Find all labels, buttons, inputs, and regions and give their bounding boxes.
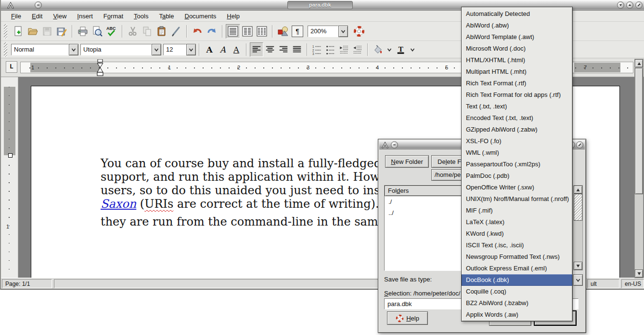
format-option[interactable]: AbiWord Template (.awt) bbox=[462, 31, 572, 43]
close-button-icon[interactable] bbox=[635, 1, 643, 9]
toolbar-grip[interactable] bbox=[4, 24, 7, 39]
scroll-down-icon[interactable] bbox=[635, 269, 643, 278]
fill-color-arrow[interactable] bbox=[385, 44, 394, 55]
scroll-up-icon[interactable] bbox=[635, 59, 643, 67]
fill-color-icon[interactable] bbox=[371, 42, 385, 57]
scrollbar-thumb[interactable] bbox=[635, 68, 643, 194]
menu-insert[interactable]: Insert bbox=[72, 11, 98, 21]
print-icon[interactable] bbox=[76, 24, 90, 39]
close-button-icon[interactable] bbox=[576, 141, 583, 148]
menu-table[interactable]: Table bbox=[154, 11, 179, 21]
folders-list[interactable]: Folders ./../ bbox=[384, 185, 469, 271]
three-columns-icon[interactable] bbox=[255, 24, 269, 39]
undo-icon[interactable] bbox=[190, 24, 205, 39]
format-option[interactable]: Rich Text Format (.rtf) bbox=[462, 78, 572, 89]
toolbar-grip[interactable] bbox=[4, 42, 7, 57]
style-combo[interactable]: Normal bbox=[11, 44, 69, 55]
font-size-combo[interactable]: 12 bbox=[163, 44, 186, 55]
indent-icon[interactable] bbox=[351, 42, 364, 57]
format-option[interactable]: PalmDoc (.pdb) bbox=[462, 170, 572, 182]
bold-icon[interactable]: A bbox=[203, 42, 216, 57]
top-margin-marker[interactable] bbox=[8, 153, 13, 158]
format-option[interactable]: Encoded Text (.txt, .text) bbox=[462, 112, 572, 124]
menu-file[interactable]: File bbox=[6, 11, 26, 21]
help-icon[interactable] bbox=[352, 24, 366, 39]
format-option[interactable]: MIF (.mif) bbox=[462, 205, 572, 216]
zoom-combo-arrow[interactable] bbox=[338, 26, 348, 37]
numbered-list-icon[interactable]: 123 bbox=[310, 42, 324, 57]
format-option[interactable]: WML (.wml) bbox=[462, 147, 572, 159]
files-scrollbar[interactable] bbox=[573, 185, 583, 270]
one-column-icon[interactable] bbox=[226, 24, 240, 39]
new-folder-button[interactable]: New Folder bbox=[385, 155, 429, 168]
format-option[interactable]: OpenOffice Writer (.sxw) bbox=[462, 182, 572, 193]
format-option[interactable]: Newsgroup Formatted Text (.nws) bbox=[462, 251, 572, 263]
stylus-icon[interactable] bbox=[169, 24, 183, 39]
format-option[interactable]: Multipart HTML (.mht) bbox=[462, 66, 572, 78]
font-color-icon[interactable]: T bbox=[394, 42, 408, 57]
font-color-arrow[interactable] bbox=[408, 44, 417, 55]
two-columns-icon[interactable] bbox=[240, 24, 255, 39]
menu-tools[interactable]: Tools bbox=[129, 11, 154, 21]
font-combo[interactable]: Utopia bbox=[80, 44, 152, 55]
tab-stop-icon[interactable]: L bbox=[6, 61, 17, 73]
hyperlink-saxon[interactable]: Saxon bbox=[101, 197, 136, 211]
scrollbar-thumb[interactable] bbox=[574, 194, 582, 221]
align-center-icon[interactable] bbox=[263, 42, 277, 57]
align-left-icon[interactable] bbox=[250, 42, 263, 57]
file-type-combo-arrow[interactable] bbox=[573, 274, 583, 286]
folder-row[interactable]: ./ bbox=[385, 196, 468, 207]
paragraph-mark-icon[interactable]: ¶ bbox=[290, 24, 305, 39]
format-option[interactable]: PassepartoutToo (.xml2ps) bbox=[462, 159, 572, 170]
format-option[interactable]: Text (.txt, .text) bbox=[462, 101, 572, 112]
align-right-icon[interactable] bbox=[277, 42, 290, 57]
format-option[interactable]: Rich Text Format for old apps (.rtf) bbox=[462, 89, 572, 101]
format-option[interactable]: Coquille (.coq) bbox=[462, 286, 572, 297]
save-as-icon[interactable] bbox=[54, 24, 69, 39]
bullet-list-icon[interactable] bbox=[324, 42, 337, 57]
folder-row[interactable]: ../ bbox=[385, 207, 468, 218]
menu-documents[interactable]: Documents bbox=[180, 11, 222, 21]
format-option[interactable]: GZipped AbiWord (.zabw) bbox=[462, 124, 572, 135]
italic-icon[interactable]: A bbox=[216, 42, 230, 57]
format-option[interactable]: HTML/XHTML (.html) bbox=[462, 54, 572, 66]
first-line-indent-icon[interactable] bbox=[97, 59, 103, 77]
vertical-scrollbar[interactable] bbox=[634, 59, 644, 278]
paste-icon[interactable] bbox=[155, 24, 169, 39]
new-document-icon[interactable] bbox=[11, 24, 26, 39]
open-folder-icon[interactable] bbox=[26, 24, 40, 39]
format-option[interactable]: LaTeX (.latex) bbox=[462, 216, 572, 228]
zoom-input[interactable]: 200% bbox=[308, 26, 338, 37]
format-option[interactable]: DocBook (.dbk) bbox=[462, 274, 572, 286]
scroll-up-icon[interactable] bbox=[574, 186, 582, 194]
underline-icon[interactable]: A bbox=[230, 42, 243, 57]
folders-header[interactable]: Folders bbox=[385, 186, 468, 196]
shade-button-icon[interactable] bbox=[391, 141, 398, 148]
vertical-ruler[interactable]: 1 bbox=[1, 77, 18, 278]
spellcheck-icon[interactable]: ABC bbox=[104, 24, 119, 39]
show-objects-icon[interactable] bbox=[276, 24, 290, 39]
format-option[interactable]: Microsoft Word (.doc) bbox=[462, 43, 572, 54]
print-preview-icon[interactable] bbox=[90, 24, 104, 39]
format-option[interactable]: ISCII Text (.isc, .iscii) bbox=[462, 240, 572, 251]
justify-icon[interactable] bbox=[290, 42, 304, 57]
maximize-button-icon[interactable] bbox=[626, 1, 633, 9]
format-option[interactable]: BZ2 AbiWord (.bzabw) bbox=[462, 297, 572, 309]
format-option[interactable]: KWord (.kwd) bbox=[462, 228, 572, 240]
format-option[interactable]: AbiWord (.abw) bbox=[462, 20, 572, 31]
format-option[interactable]: Applix Words (.aw) bbox=[462, 309, 572, 321]
format-option[interactable]: Outlook Express Email (.eml) bbox=[462, 263, 572, 274]
format-option[interactable]: Automatically Detected bbox=[462, 8, 572, 20]
format-option[interactable]: UNIX(tm) Nroff/Manual format (.nroff) bbox=[462, 193, 572, 205]
format-option[interactable]: XSL-FO (.fo) bbox=[462, 135, 572, 147]
style-combo-arrow[interactable] bbox=[69, 44, 78, 55]
shade-button-icon[interactable] bbox=[35, 1, 42, 9]
font-combo-arrow[interactable] bbox=[152, 44, 161, 55]
menu-format[interactable]: Format bbox=[98, 11, 129, 21]
menu-view[interactable]: View bbox=[48, 11, 72, 21]
help-button[interactable]: Help bbox=[387, 311, 428, 325]
unindent-icon[interactable] bbox=[337, 42, 351, 57]
minimize-button-icon[interactable] bbox=[617, 1, 624, 9]
scroll-down-icon[interactable] bbox=[574, 262, 582, 270]
redo-icon[interactable] bbox=[205, 24, 219, 39]
